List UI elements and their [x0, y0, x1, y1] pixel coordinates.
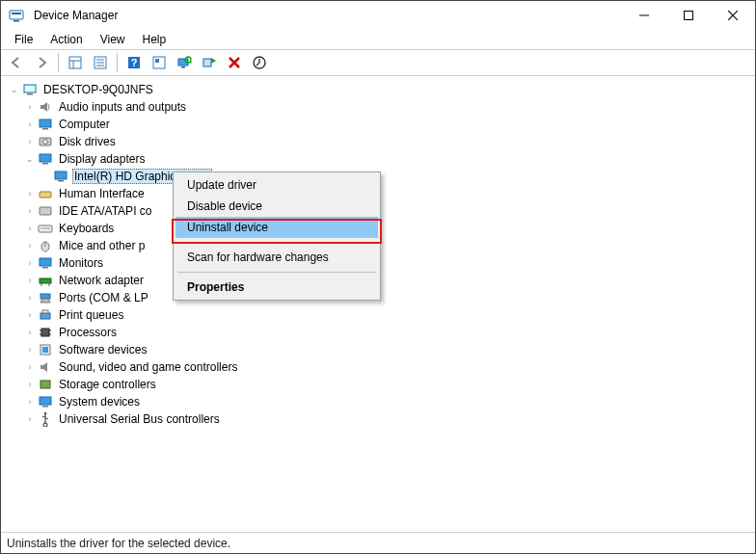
- svg-rect-25: [27, 93, 33, 95]
- expand-icon[interactable]: ›: [22, 377, 38, 392]
- ctx-separator: [177, 272, 376, 273]
- svg-rect-40: [40, 258, 51, 266]
- expand-icon[interactable]: ›: [22, 255, 38, 271]
- window-controls: [622, 1, 755, 30]
- svg-rect-26: [40, 119, 51, 127]
- tree-computer[interactable]: ›Computer: [3, 116, 753, 133]
- svg-rect-48: [41, 329, 49, 336]
- expand-icon[interactable]: ›: [22, 290, 38, 305]
- show-hidden-button[interactable]: [148, 52, 171, 73]
- menubar: File Action View Help: [1, 30, 755, 49]
- expand-icon[interactable]: ›: [22, 307, 38, 323]
- svg-rect-34: [40, 192, 51, 198]
- svg-line-21: [190, 62, 192, 64]
- svg-rect-47: [42, 310, 48, 313]
- properties-button[interactable]: [89, 52, 112, 73]
- forward-button[interactable]: [30, 52, 53, 73]
- expand-icon[interactable]: ›: [22, 117, 38, 132]
- expand-icon[interactable]: ›: [22, 186, 38, 201]
- device-tree[interactable]: ⌄ DESKTOP-9Q0JNFS ›Audio inputs and outp…: [1, 76, 755, 532]
- ctx-uninstall-device[interactable]: Uninstall device: [176, 217, 378, 238]
- menu-view[interactable]: View: [93, 31, 133, 48]
- statusbar: Uninstalls the driver for the selected d…: [1, 532, 755, 553]
- expand-icon[interactable]: ›: [22, 273, 38, 288]
- tree-system[interactable]: ›System devices: [3, 393, 753, 410]
- hid-icon: [38, 186, 53, 201]
- tree-storage[interactable]: ›Storage controllers: [3, 376, 753, 393]
- help-button[interactable]: ?: [122, 52, 146, 73]
- maximize-button[interactable]: [666, 1, 711, 30]
- svg-rect-41: [42, 267, 48, 269]
- status-text: Uninstalls the driver for the selected d…: [7, 537, 230, 550]
- svg-rect-0: [10, 11, 23, 19]
- back-button[interactable]: [5, 52, 28, 73]
- disk-icon: [38, 134, 53, 149]
- update-driver-button[interactable]: [248, 52, 271, 73]
- svg-point-58: [44, 412, 47, 415]
- svg-rect-22: [203, 59, 211, 66]
- expand-icon[interactable]: ›: [22, 325, 38, 340]
- tree-proc[interactable]: ›Processors: [3, 324, 753, 341]
- expand-icon[interactable]: ›: [22, 238, 38, 253]
- tree-sound[interactable]: ›Sound, video and game controllers: [3, 358, 753, 376]
- window-title: Device Manager: [34, 9, 118, 22]
- keyboard-icon: [38, 221, 53, 236]
- expand-icon[interactable]: ›: [22, 342, 38, 357]
- svg-rect-19: [181, 66, 185, 68]
- software-icon: [38, 342, 53, 357]
- close-button[interactable]: [711, 1, 755, 30]
- ctx-disable-device[interactable]: Disable device: [176, 196, 378, 217]
- gpu-icon: [53, 169, 68, 184]
- expand-icon[interactable]: ›: [22, 203, 38, 219]
- sound-icon: [38, 359, 53, 375]
- ctx-properties[interactable]: Properties: [176, 277, 378, 298]
- expand-icon[interactable]: ›: [22, 221, 38, 236]
- monitor-icon: [38, 255, 53, 271]
- enable-device-button[interactable]: [198, 52, 221, 73]
- network-icon: [38, 273, 53, 288]
- menu-help[interactable]: Help: [135, 31, 175, 48]
- expand-icon[interactable]: ›: [22, 134, 38, 149]
- monitor-icon: [38, 117, 53, 132]
- storage-icon: [38, 377, 53, 392]
- menu-file[interactable]: File: [7, 31, 40, 48]
- svg-rect-46: [40, 313, 50, 319]
- svg-rect-32: [55, 171, 67, 179]
- svg-point-29: [43, 140, 48, 145]
- context-menu: Update driver Disable device Uninstall d…: [173, 171, 381, 301]
- mouse-icon: [38, 238, 53, 253]
- tree-disk[interactable]: ›Disk drives: [3, 133, 753, 150]
- svg-text:?: ?: [131, 57, 138, 68]
- show-hide-tree-button[interactable]: [64, 52, 87, 73]
- uninstall-button[interactable]: [223, 52, 246, 73]
- svg-rect-1: [12, 13, 21, 14]
- expand-icon[interactable]: ›: [22, 394, 38, 409]
- tree-root[interactable]: ⌄ DESKTOP-9Q0JNFS: [3, 81, 753, 98]
- tree-sw[interactable]: ›Software devices: [3, 341, 753, 358]
- scan-hardware-button[interactable]: [173, 52, 196, 73]
- svg-rect-56: [40, 397, 51, 405]
- ctx-scan-hardware[interactable]: Scan for hardware changes: [176, 247, 378, 268]
- tree-usb[interactable]: ›Universal Serial Bus controllers: [3, 410, 753, 428]
- svg-rect-57: [42, 406, 48, 408]
- svg-rect-42: [40, 278, 51, 283]
- expand-icon[interactable]: ›: [22, 411, 38, 427]
- audio-icon: [38, 99, 53, 115]
- printer-icon: [38, 307, 53, 323]
- svg-rect-2: [14, 20, 19, 22]
- expand-icon[interactable]: ›: [22, 99, 38, 115]
- expand-icon[interactable]: ›: [22, 359, 38, 375]
- cpu-icon: [38, 325, 53, 340]
- tree-printq[interactable]: ›Print queues: [3, 306, 753, 324]
- ctx-update-driver[interactable]: Update driver: [176, 174, 378, 196]
- ctx-separator: [177, 242, 376, 243]
- tree-display[interactable]: ⌄Display adapters: [3, 150, 753, 168]
- menu-action[interactable]: Action: [42, 31, 90, 48]
- minimize-button[interactable]: [622, 1, 666, 30]
- collapse-icon[interactable]: ⌄: [7, 82, 22, 97]
- collapse-icon[interactable]: ⌄: [22, 151, 38, 167]
- system-icon: [38, 394, 53, 409]
- toolbar: ?: [1, 49, 755, 76]
- app-icon: [9, 8, 24, 23]
- tree-audio[interactable]: ›Audio inputs and outputs: [3, 98, 753, 116]
